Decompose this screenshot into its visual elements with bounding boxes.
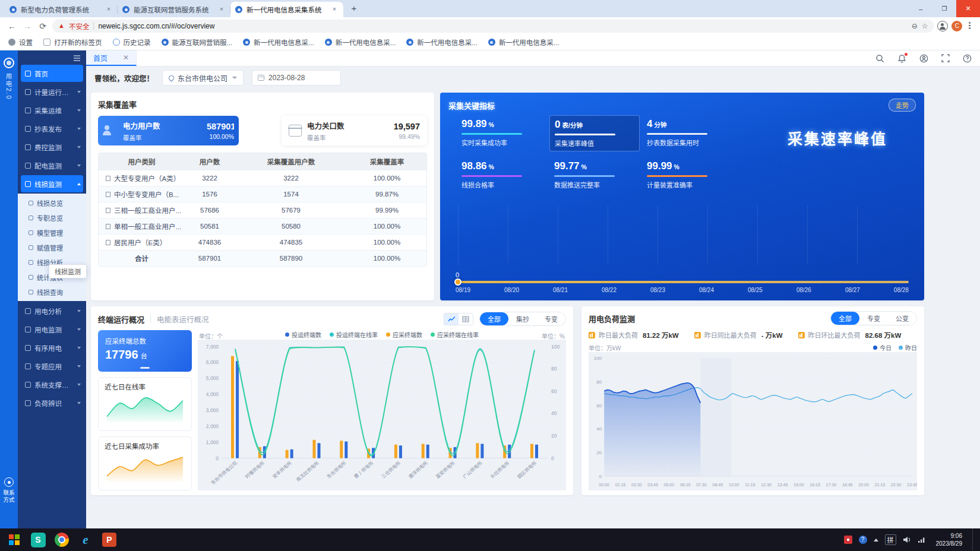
bookmark-star-icon[interactable]: ☆ <box>922 22 928 30</box>
legend-item[interactable]: 应采终端在线率 <box>431 330 479 339</box>
slider-track[interactable] <box>456 281 909 283</box>
sidebar-item-orderly-usage[interactable]: 有序用电 <box>21 339 83 356</box>
account-avatar[interactable]: C <box>951 21 962 31</box>
slider-handle[interactable] <box>454 278 461 286</box>
sidebar-item-fee-control[interactable]: 费控监测 <box>21 138 83 156</box>
filter-zhuanbian-button[interactable]: 专变 <box>859 312 888 325</box>
sidebar-item-collection-ops[interactable]: 采集运维 <box>21 102 83 119</box>
bookmark-site-5[interactable]: 新一代用电信息采... <box>488 37 559 47</box>
tab-terminal-overview[interactable]: 终端运行概况 <box>98 314 144 325</box>
table-view-icon[interactable] <box>459 314 473 325</box>
filter-gongbian-button[interactable]: 公变 <box>888 312 916 325</box>
slider-date: 08/26 <box>796 287 811 293</box>
svg-text:0: 0 <box>599 474 602 479</box>
tray-help-icon[interactable]: ? <box>859 536 867 544</box>
bookmark-site-4[interactable]: 新一代用电信息采... <box>406 37 478 47</box>
tab-close-icon[interactable]: × <box>217 5 226 14</box>
cell-user-type: 大型专变用户（A类） <box>114 173 180 183</box>
start-button[interactable] <box>2 528 26 551</box>
bookmark-history[interactable]: 历史记录 <box>113 37 151 47</box>
ime-indicator[interactable]: 拼 <box>885 534 896 545</box>
metric-underline <box>461 175 522 177</box>
filter-jichao-button[interactable]: 集抄 <box>508 312 537 325</box>
contact-button[interactable]: 联系方式 <box>0 477 18 504</box>
taskbar-app-seewo[interactable]: S <box>26 528 50 551</box>
bookmark-site-2[interactable]: 新一代用电信息采... <box>243 37 314 47</box>
legend-item[interactable]: 今日 <box>873 343 892 352</box>
taskbar-app-ie[interactable]: e <box>74 528 97 551</box>
submenu-item-value-management[interactable]: 赋值管理 <box>18 240 86 255</box>
submenu-item-special-overview[interactable]: 专职总览 <box>18 210 86 225</box>
zoom-icon[interactable]: ⊖ <box>912 22 918 30</box>
browser-tab-1[interactable]: 新型电力负荷管理系统 × <box>5 2 118 17</box>
notifications-bell-icon[interactable] <box>897 54 906 63</box>
bookmark-settings[interactable]: 设置 <box>8 37 33 47</box>
browser-tab-3-active[interactable]: 新一代用电信息采集系统 × <box>230 2 343 17</box>
show-desktop-button[interactable] <box>972 528 975 551</box>
sidebar-item-load-identification[interactable]: 负荷辨识 <box>21 394 83 411</box>
close-icon[interactable]: ✕ <box>123 53 129 62</box>
page-tab-home[interactable]: 首页 ✕ <box>86 50 137 66</box>
legend-item[interactable]: 昨日 <box>899 343 917 352</box>
bookmark-newtab[interactable]: 打开新的标签页 <box>43 37 102 47</box>
tab-close-icon[interactable]: × <box>330 5 339 14</box>
line-loss-submenu: 线损总览 专职总览 模型管理 赋值管理 线损分析 统计报表 线损查询 <box>18 194 86 301</box>
bookmark-site-3[interactable]: 新一代用电信息采... <box>325 37 396 47</box>
terminal-bar-line-chart[interactable]: 01,0002,0003,0004,0005,0006,0007,0000204… <box>198 340 566 490</box>
sidebar-collapse-button[interactable] <box>18 53 86 64</box>
line-chart-view-icon[interactable] <box>444 314 459 325</box>
metric-collection-rate-peak[interactable]: 0表/分钟 采集速率峰值 <box>549 115 640 151</box>
sidebar-item-special-apps[interactable]: 专题应用 <box>21 357 83 375</box>
legend-item[interactable]: 应采终端数 <box>386 330 422 339</box>
back-button[interactable]: ← <box>6 20 18 32</box>
volume-icon[interactable] <box>903 536 911 543</box>
sidebar-item-usage-analysis[interactable]: 用电分析 <box>21 302 83 319</box>
filter-all-button[interactable]: 全部 <box>831 312 859 325</box>
tab-meter-overview[interactable]: 电能表运行概况 <box>157 314 209 325</box>
tray-expand-chevron-icon[interactable] <box>874 539 878 542</box>
submenu-item-line-loss-query[interactable]: 线损查询 <box>18 284 86 299</box>
reload-button[interactable]: ⟳ <box>37 20 49 32</box>
org-select[interactable]: 东台市供电公司 <box>162 70 244 86</box>
window-close-button[interactable]: ✕ <box>956 0 980 17</box>
svg-text:10:00: 10:00 <box>729 483 739 487</box>
fullscreen-icon[interactable] <box>941 54 950 62</box>
trend-button[interactable]: 走势 <box>889 99 916 112</box>
window-maximize-button[interactable]: ❐ <box>932 0 956 17</box>
legend-item[interactable]: 投运终端数 <box>285 330 321 339</box>
bookmark-site-1[interactable]: 能源互联网营销服... <box>162 37 233 47</box>
filter-zhuanbian-button[interactable]: 专变 <box>537 312 565 325</box>
forward-button[interactable]: → <box>21 20 33 32</box>
load-line-chart[interactable]: 02040608010000:0001:1502:3003:4505:0006:… <box>589 352 917 490</box>
help-icon[interactable] <box>963 54 972 63</box>
sidebar-item-line-loss-monitor[interactable]: 线损监测 <box>21 175 83 192</box>
sidebar-item-meter-reading[interactable]: 抄表发布 <box>21 120 83 137</box>
taskbar-app-powerpoint[interactable]: P <box>97 528 121 551</box>
new-tab-button[interactable]: + <box>347 2 361 16</box>
cell-value: 1576 <box>185 191 235 198</box>
tray-app-icon[interactable] <box>844 536 852 544</box>
submenu-item-line-loss-overview[interactable]: 线损总览 <box>18 195 86 210</box>
sidebar-item-usage-monitor[interactable]: 用电监测 <box>21 321 83 338</box>
filter-all-button[interactable]: 全部 <box>480 312 508 325</box>
legend-label: 应采终端数 <box>393 330 422 339</box>
date-picker-input[interactable]: 2023-08-28 <box>252 70 341 86</box>
profile-icon[interactable] <box>937 21 948 31</box>
user-avatar-icon[interactable] <box>919 54 928 63</box>
address-bar[interactable]: ▲ 不安全 neweic.js.sgcc.com.cn/#/oc/overvie… <box>52 20 934 33</box>
browser-menu-icon[interactable]: ••• <box>967 22 973 30</box>
taskbar-app-chrome[interactable] <box>50 528 74 551</box>
window-minimize-button[interactable]: – <box>909 0 932 17</box>
network-icon[interactable] <box>918 536 926 543</box>
submenu-item-model-management[interactable]: 模型管理 <box>18 225 86 240</box>
sidebar-item-distribution-monitor[interactable]: 配电监测 <box>21 157 83 174</box>
browser-tab-2[interactable]: 能源互联网营销服务系统 × <box>118 2 230 17</box>
search-icon[interactable] <box>875 54 884 63</box>
taskbar-clock[interactable]: 9:06 2023/8/29 <box>932 532 966 548</box>
tab-close-icon[interactable]: × <box>105 5 113 14</box>
sidebar-item-system-support[interactable]: 系统支撑功能 <box>21 376 83 393</box>
sidebar-item-home[interactable]: 首页 <box>21 65 83 82</box>
legend-item[interactable]: 投运终端在线率 <box>330 330 378 339</box>
sidebar-item-metering-monitor[interactable]: 计量运行监测 <box>21 83 83 100</box>
monitor-icon <box>25 327 31 332</box>
